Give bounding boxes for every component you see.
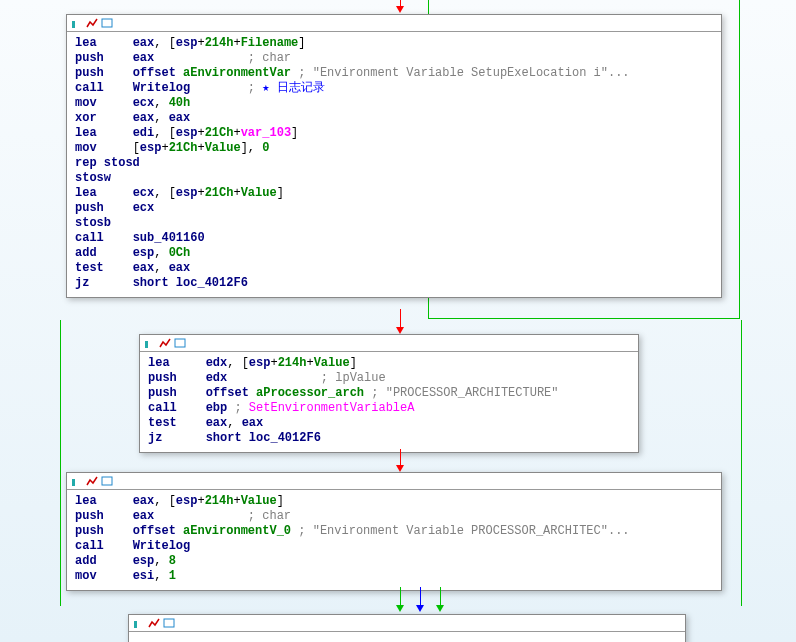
graph-icon: [71, 17, 83, 29]
edge-n2-fall-head: [396, 465, 404, 472]
ida-graph-canvas[interactable]: lea eax, [esp+214h+Filename] push eax ; …: [0, 0, 796, 642]
text-icon: [174, 337, 186, 349]
chart-icon: [159, 337, 171, 349]
edge-n1-fall-head: [396, 327, 404, 334]
edge-bottom-blue-head: [416, 605, 424, 612]
node-body: lea eax, [esp+214h+Filename] push eax ; …: [67, 32, 721, 297]
svg-rect-0: [72, 21, 75, 28]
chart-icon: [86, 475, 98, 487]
graph-icon: [71, 475, 83, 487]
svg-rect-1: [102, 19, 112, 27]
bb-node-2[interactable]: lea edx, [esp+214h+Value] push edx ; lpV…: [139, 334, 639, 453]
node-header: [140, 335, 638, 352]
node-header: [129, 615, 685, 632]
node-header: [67, 15, 721, 32]
edge-bottom-green-r-head: [436, 605, 444, 612]
chart-icon: [86, 17, 98, 29]
graph-icon: [144, 337, 156, 349]
svg-rect-2: [145, 341, 148, 348]
bb-node-1[interactable]: lea eax, [esp+214h+Filename] push eax ; …: [66, 14, 722, 298]
node-body: lea eax, [esp+214h+Value] push eax ; cha…: [67, 490, 721, 590]
svg-rect-4: [72, 479, 75, 486]
text-icon: [101, 475, 113, 487]
text-icon: [163, 617, 175, 629]
svg-rect-6: [134, 621, 137, 628]
chart-icon: [148, 617, 160, 629]
node-header: [67, 473, 721, 490]
text-icon: [101, 17, 113, 29]
bb-node-4[interactable]: [128, 614, 686, 642]
svg-rect-5: [102, 477, 112, 485]
node-body: lea edx, [esp+214h+Value] push edx ; lpV…: [140, 352, 638, 452]
svg-rect-7: [164, 619, 174, 627]
svg-rect-3: [175, 339, 185, 347]
edge-in-top-head: [396, 6, 404, 13]
graph-icon: [133, 617, 145, 629]
edge-bottom-green-l-head: [396, 605, 404, 612]
bb-node-3[interactable]: lea eax, [esp+214h+Value] push eax ; cha…: [66, 472, 722, 591]
